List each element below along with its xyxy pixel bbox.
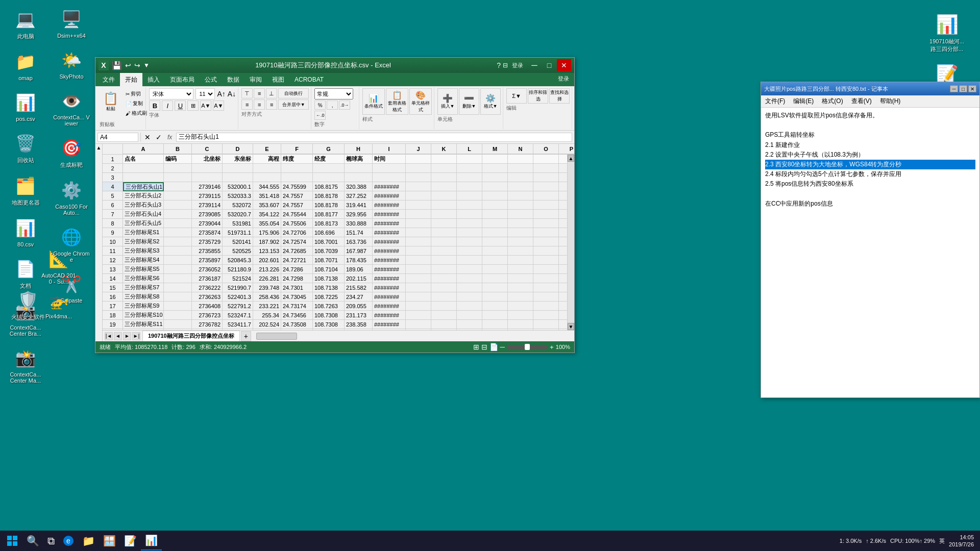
scroll-up-button[interactable]: ▲	[96, 145, 102, 151]
cell-16-0[interactable]: 三分部标尾S8	[123, 292, 164, 302]
sheet-first-button[interactable]: |◄	[105, 332, 113, 340]
cell-17-5[interactable]: 24.73174	[281, 302, 313, 311]
cell-4-1[interactable]	[164, 182, 192, 191]
cell-5-4[interactable]: 351.418	[253, 191, 281, 201]
cell-18-11[interactable]	[457, 311, 482, 320]
cell-16-15[interactable]	[559, 292, 567, 302]
cells-area[interactable]: 点名编码北坐标东坐标高程纬度经度椭球高时间三分部石头山1273914653200…	[123, 155, 567, 330]
cell-15-10[interactable]	[431, 283, 457, 292]
row-header-4[interactable]: 4	[103, 182, 123, 191]
cell-18-14[interactable]	[533, 311, 559, 320]
cell-3-13[interactable]	[508, 173, 533, 182]
icon-dsim[interactable]: 🖥️ Dsim++x64	[51, 5, 92, 41]
notepad-close-button[interactable]: ✕	[968, 85, 976, 92]
col-header-P[interactable]: P	[559, 144, 574, 154]
icon-poscsv[interactable]: 📊 pos.csv	[5, 88, 46, 124]
cell-10-14[interactable]	[533, 237, 559, 246]
cell-6-10[interactable]	[431, 201, 457, 210]
cell-15-3[interactable]: 521990.7	[223, 283, 253, 292]
icon-80csv[interactable]: 📊 80.csv	[5, 214, 46, 249]
cell-16-13[interactable]	[508, 292, 533, 302]
tab-insert[interactable]: 插入	[142, 73, 165, 86]
cell-3-3[interactable]	[223, 173, 253, 182]
cell-12-4[interactable]: 202.601	[253, 256, 281, 265]
decrease-font-button[interactable]: A↓	[228, 90, 236, 98]
cell-2-5[interactable]	[281, 164, 313, 173]
cell-9-0[interactable]: 三分部标尾S1	[123, 228, 164, 237]
cell-15-9[interactable]	[406, 283, 431, 292]
cell-13-10[interactable]	[431, 265, 457, 274]
cell-17-0[interactable]: 三分部标尾S9	[123, 302, 164, 311]
cell-7-2[interactable]: 2739085	[192, 210, 223, 219]
cell-14-13[interactable]	[508, 274, 533, 283]
cell-2-0[interactable]	[123, 164, 164, 173]
formula-cancel-button[interactable]: ✕	[143, 133, 152, 141]
cell-10-9[interactable]	[406, 237, 431, 246]
cell-12-5[interactable]: 24.72721	[281, 256, 313, 265]
row-header-17[interactable]: 17	[103, 302, 123, 311]
notepad-menu-view[interactable]: 查看(V)	[849, 96, 874, 106]
cell-3-9[interactable]	[406, 173, 431, 182]
cell-17-7[interactable]: 209.055	[345, 302, 373, 311]
cell-10-4[interactable]: 187.902	[253, 237, 281, 246]
cell-6-15[interactable]	[559, 201, 567, 210]
cell-19-10[interactable]	[431, 320, 457, 329]
scroll-up-arrow[interactable]: ▲	[568, 155, 574, 162]
cell-15-7[interactable]: 215.582	[345, 283, 373, 292]
cell-6-3[interactable]: 532072	[223, 201, 253, 210]
cell-13-11[interactable]	[457, 265, 482, 274]
cell-5-0[interactable]: 三分部石头山2	[123, 191, 164, 201]
cell-9-12[interactable]	[482, 228, 508, 237]
cell-13-12[interactable]	[482, 265, 508, 274]
icon-skyphoto[interactable]: 🌤️ SkyPhoto	[51, 46, 92, 82]
tab-home[interactable]: 开始	[120, 73, 142, 86]
cell-13-8[interactable]: ########	[373, 265, 406, 274]
cell-1-12[interactable]	[482, 155, 508, 164]
cell-8-4[interactable]: 355.054	[253, 219, 281, 228]
cell-11-0[interactable]: 三分部标尾S3	[123, 246, 164, 256]
col-header-O[interactable]: O	[533, 144, 559, 154]
tab-file[interactable]: 文件	[97, 73, 120, 86]
notepad-menu-file[interactable]: 文件(F)	[763, 96, 787, 106]
cell-15-1[interactable]	[164, 283, 192, 292]
cell-5-11[interactable]	[457, 191, 482, 201]
cell-14-11[interactable]	[457, 274, 482, 283]
cell-14-5[interactable]: 24.7298	[281, 274, 313, 283]
cell-3-8[interactable]	[373, 173, 406, 182]
cell-8-2[interactable]: 2739044	[192, 219, 223, 228]
cell-15-14[interactable]	[533, 283, 559, 292]
cell-19-5[interactable]: 24.73508	[281, 320, 313, 329]
cell-19-0[interactable]: 三分部标尾S11	[123, 320, 164, 329]
cell-6-0[interactable]: 三分部石头山3	[123, 201, 164, 210]
cell-15-2[interactable]: 2736222	[192, 283, 223, 292]
scroll-track[interactable]	[568, 162, 574, 323]
tab-data[interactable]: 数据	[222, 73, 244, 86]
cell-11-12[interactable]	[482, 246, 508, 256]
icon-contextviewer[interactable]: 👁️ ContextCa... Viewer	[51, 87, 92, 129]
cell-4-15[interactable]	[559, 182, 567, 191]
cell-14-4[interactable]: 226.281	[253, 274, 281, 283]
cell-11-11[interactable]	[457, 246, 482, 256]
tab-pagelayout[interactable]: 页面布局	[165, 73, 200, 86]
cell-2-14[interactable]	[533, 164, 559, 173]
cell-6-8[interactable]: ########	[373, 201, 406, 210]
cell-6-4[interactable]: 353.607	[253, 201, 281, 210]
align-top-button[interactable]: ⊤	[241, 88, 253, 98]
cell-13-4[interactable]: 213.226	[253, 265, 281, 274]
cell-5-1[interactable]	[164, 191, 192, 201]
cell-10-6[interactable]: 108.7001	[313, 237, 345, 246]
qa-dropdown[interactable]: ▼	[143, 62, 150, 69]
cell-3-12[interactable]	[482, 173, 508, 182]
cell-1-13[interactable]	[508, 155, 533, 164]
cell-2-1[interactable]	[164, 164, 192, 173]
cell-16-6[interactable]: 108.7225	[313, 292, 345, 302]
col-header-B[interactable]: B	[164, 144, 192, 154]
icon-contextca2[interactable]: 📸 ContextCa... Center Ma...	[5, 344, 46, 386]
formula-fx-icon[interactable]: fx	[165, 134, 174, 141]
cell-18-13[interactable]	[508, 311, 533, 320]
cell-6-7[interactable]: 319.441	[345, 201, 373, 210]
cell-11-1[interactable]	[164, 246, 192, 256]
cell-8-9[interactable]	[406, 219, 431, 228]
find-select-button[interactable]: 查找和选择	[549, 88, 570, 104]
cell-17-2[interactable]: 2736408	[192, 302, 223, 311]
